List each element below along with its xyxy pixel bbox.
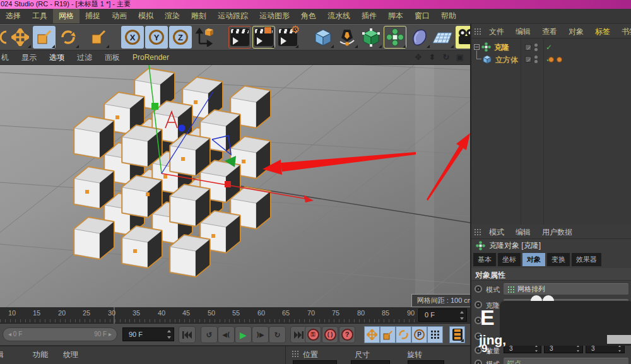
goto-start-button[interactable] — [179, 326, 196, 343]
coord-field-y[interactable] — [351, 360, 390, 364]
menu-render[interactable]: 渲染 — [159, 9, 186, 23]
record-options-button[interactable]: ? — [339, 326, 355, 343]
viewport-menu-camera[interactable]: 机 — [0, 51, 15, 64]
coord-field-x[interactable] — [293, 360, 337, 364]
tab-coordinates[interactable]: 坐标 — [498, 253, 521, 266]
viewport-menu-display[interactable]: 显示 — [15, 51, 43, 64]
menu-simulate[interactable]: 模拟 — [133, 9, 159, 23]
visibility-dots[interactable] — [534, 56, 538, 63]
keyframe-radio[interactable] — [475, 285, 482, 293]
material-menu-texture[interactable]: 纹理 — [63, 349, 78, 360]
viewport-toggle-icon[interactable]: ▣ — [455, 52, 465, 62]
key-rotation-button[interactable] — [396, 326, 411, 343]
material-menu-function[interactable]: 功能 — [33, 349, 48, 360]
preview-range-slider[interactable]: ◂ 0 F 90 F ▸ — [3, 327, 117, 341]
key-scale-button[interactable] — [380, 326, 396, 343]
viewport-3d[interactable]: 网格间距 : 100 cm — [0, 65, 470, 307]
render-settings-button[interactable]: ⚙ — [276, 26, 299, 49]
layer-toggle[interactable] — [525, 44, 531, 50]
layer-toggle[interactable] — [525, 56, 531, 62]
title-bar[interactable]: 024 Studio (RC - R19) - [未标题 1 *] - 主要 — [0, 0, 631, 9]
autokey-button[interactable]: ( ) — [322, 326, 338, 343]
menu-pipeline[interactable]: 流水线 — [322, 9, 356, 23]
menu-character[interactable]: 角色 — [295, 9, 322, 23]
render-view-button[interactable] — [228, 26, 251, 49]
tab-effectors[interactable]: 效果器 — [572, 253, 601, 266]
frame-spinner[interactable] — [459, 311, 464, 320]
viewport-zoom-icon[interactable]: ⬍ — [427, 52, 437, 62]
rotate-tool-button[interactable] — [57, 26, 80, 49]
menu-window[interactable]: 窗口 — [409, 9, 435, 23]
scale-tool-button[interactable] — [33, 26, 56, 49]
add-cube-button[interactable] — [312, 26, 334, 49]
lock-z-button[interactable]: Z — [169, 26, 192, 49]
end-frame-field[interactable]: 90 F — [122, 327, 174, 341]
viewport-rotate-icon[interactable]: ↻ — [441, 52, 451, 62]
menu-plugins[interactable]: 插件 — [356, 9, 382, 23]
undo-button[interactable] — [0, 26, 8, 49]
key-pla-button[interactable] — [427, 326, 443, 343]
om-menu-object[interactable]: 对象 — [563, 25, 589, 38]
om-menu-bookmarks[interactable]: 书签 — [616, 25, 631, 38]
am-menu-edit[interactable]: 编辑 — [510, 226, 536, 239]
panel-grip-icon[interactable] — [474, 28, 483, 35]
menu-animate[interactable]: 动画 — [106, 9, 133, 23]
visibility-dots[interactable] — [534, 44, 538, 51]
om-menu-view[interactable]: 查看 — [537, 25, 562, 38]
current-frame-field[interactable]: 0 F — [418, 308, 467, 322]
object-tree[interactable]: – 克隆 ✓ 立方体 ✓ — [471, 38, 631, 225]
object-row-cloner[interactable]: – 克隆 ✓ — [471, 42, 631, 54]
subdivision-surface-button[interactable] — [360, 26, 382, 49]
expand-icon[interactable]: – — [474, 44, 480, 50]
key-position-button[interactable] — [364, 326, 380, 343]
tag-icon[interactable] — [557, 57, 562, 62]
record-keyframe-button[interactable]: ⚿ — [305, 326, 321, 343]
enable-check-icon[interactable]: ✓ — [546, 43, 552, 52]
lock-y-button[interactable]: Y — [145, 26, 168, 49]
om-menu-tags[interactable]: 标签 — [590, 25, 615, 38]
material-menu-edit[interactable]: 辑 — [0, 349, 4, 360]
count-z-spinner[interactable] — [617, 345, 622, 352]
pen-spline-button[interactable] — [336, 26, 358, 49]
loop-button[interactable]: ↻ — [269, 326, 286, 343]
menu-script[interactable]: 脚本 — [382, 9, 409, 23]
om-menu-edit[interactable]: 编辑 — [510, 25, 536, 38]
fill-mode-dropdown[interactable]: 端点 — [504, 358, 628, 364]
object-row-cube[interactable]: 立方体 ✓ — [471, 54, 631, 66]
play-forward-button[interactable]: ▶ — [235, 326, 252, 343]
am-menu-mode[interactable]: 模式 — [484, 226, 509, 239]
mograph-cloner-button[interactable] — [384, 26, 406, 49]
viewport-pan-icon[interactable]: ✥ — [413, 52, 423, 62]
mode-dropdown[interactable]: 网格排列 — [504, 283, 628, 295]
tab-basic[interactable]: 基本 — [473, 253, 496, 266]
object-name[interactable]: 克隆 — [494, 42, 509, 53]
play-backward-button[interactable]: ↺ — [201, 326, 218, 343]
deformer-button[interactable] — [408, 26, 430, 49]
key-parameter-button[interactable]: P — [411, 326, 427, 343]
move-tool-button[interactable] — [9, 26, 32, 49]
keyframe-radio[interactable] — [475, 360, 482, 364]
count-x-spinner[interactable] — [534, 345, 539, 352]
object-name[interactable]: 立方体 — [495, 55, 518, 66]
panel-grip-icon[interactable] — [474, 228, 483, 236]
coord-field-z[interactable] — [408, 360, 444, 364]
menu-motion-tracker[interactable]: 运动跟踪 — [212, 9, 254, 23]
menu-mesh[interactable]: 网格 — [53, 9, 80, 23]
menu-tools[interactable]: 工具 — [27, 9, 53, 23]
menu-mograph[interactable]: 运动图形 — [254, 9, 295, 23]
om-menu-file[interactable]: 文件 — [484, 25, 509, 38]
timeline-ruler[interactable]: 10 15 20 25 30 35 40 45 50 55 60 65 70 7… — [0, 307, 470, 324]
viewport-menu-options[interactable]: 选项 — [43, 51, 71, 64]
end-frame-spinner[interactable] — [167, 330, 172, 339]
motion-clip-button[interactable] — [449, 326, 465, 343]
tab-transform[interactable]: 变换 — [547, 253, 570, 266]
previous-frame-button[interactable]: ◀( — [218, 326, 235, 343]
menu-select[interactable]: 选择 — [0, 9, 27, 23]
count-y-spinner[interactable] — [575, 345, 581, 352]
last-tool-button[interactable] — [87, 26, 110, 49]
coordinate-system-button[interactable] — [193, 26, 216, 49]
menu-sculpt[interactable]: 雕刻 — [186, 9, 212, 23]
am-menu-userdata[interactable]: 用户数据 — [537, 226, 577, 239]
render-picture-viewer-button[interactable] — [252, 26, 275, 49]
viewport-menu-prorender[interactable]: ProRender — [126, 52, 175, 63]
